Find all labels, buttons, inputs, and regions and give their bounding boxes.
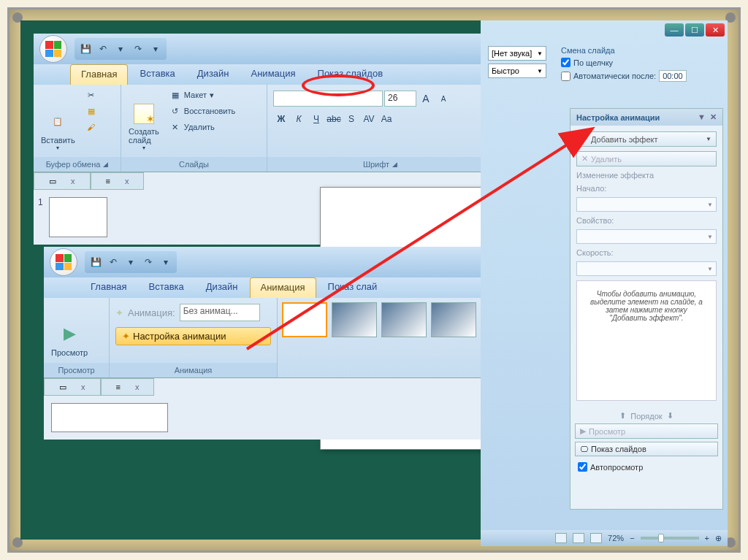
checkbox[interactable]: [561, 58, 570, 67]
move-down-icon[interactable]: ⬇: [667, 411, 673, 421]
delete-button[interactable]: ✕Удалить: [167, 120, 238, 134]
minimize-button[interactable]: —: [665, 23, 684, 37]
outline-tab-icon: ≡: [106, 177, 110, 185]
expand-icon[interactable]: ◢: [392, 161, 397, 168]
tab-close[interactable]: x: [71, 177, 75, 185]
restore-button[interactable]: ↺Восстановить: [167, 104, 238, 118]
transition-none[interactable]: [282, 302, 327, 337]
undo-icon[interactable]: ↶: [96, 42, 110, 55]
transition-item[interactable]: [381, 302, 427, 337]
copy-button[interactable]: ▦: [83, 104, 100, 118]
move-up-icon[interactable]: ⬆: [619, 411, 626, 421]
cut-button[interactable]: ✂: [83, 88, 100, 102]
layout-label: Макет: [184, 91, 207, 99]
dropdown-icon[interactable]: ▾: [124, 256, 137, 269]
ribbon-tabs: Главная Вставка Дизайн Анимация Показ сл…: [34, 64, 494, 85]
group-slides: ✶ Создать слайд ▾ ▦Макет ▾ ↺Восстановить…: [121, 85, 267, 172]
group-animation: ✦ Анимация: Без анимац... ✦ Настройка ан…: [110, 298, 278, 377]
slides-tab[interactable]: ▭x: [34, 172, 91, 190]
taskpane-close-icon[interactable]: ✕: [710, 112, 717, 122]
add-effect-button[interactable]: ✦Добавить эффект ▼: [576, 131, 717, 147]
slider-thumb[interactable]: [658, 534, 664, 542]
dropdown-icon[interactable]: ▾: [114, 42, 127, 55]
zoom-slider[interactable]: [641, 537, 699, 540]
tab-close[interactable]: x: [81, 383, 85, 391]
maximize-button[interactable]: ☐: [685, 23, 704, 37]
speed-value: Быстро: [492, 66, 519, 75]
tab-insert[interactable]: Вставка: [138, 277, 194, 298]
autopreview-checkbox[interactable]: Автопросмотр: [575, 459, 718, 475]
preview-button[interactable]: ▶ Просмотр: [47, 301, 92, 360]
spacing-button[interactable]: AV: [361, 111, 377, 127]
fit-button[interactable]: ⊕: [715, 534, 722, 543]
office-logo-icon: [45, 41, 61, 57]
underline-button[interactable]: Ч: [308, 111, 324, 127]
speed-combo[interactable]: Быстро▼: [488, 64, 546, 78]
tab-slideshow[interactable]: Показ слайдов: [308, 64, 394, 85]
outline-tab[interactable]: ≡x: [91, 172, 145, 190]
case-button[interactable]: Aa: [378, 111, 394, 127]
redo-icon[interactable]: ↷: [142, 256, 155, 269]
expand-icon[interactable]: ◢: [103, 161, 108, 168]
taskpane-menu-icon[interactable]: ▼: [698, 112, 706, 122]
start-label: Начало:: [576, 184, 717, 193]
sorter-view-button[interactable]: [573, 533, 584, 543]
layout-button[interactable]: ▦Макет ▾: [167, 88, 238, 102]
tab-home[interactable]: Главная: [80, 277, 137, 298]
transition-item[interactable]: [431, 302, 476, 337]
play-button[interactable]: ▶Просмотр: [575, 423, 718, 439]
tab-animation[interactable]: Анимация: [241, 64, 306, 85]
chevron-down-icon: ▼: [537, 68, 543, 74]
custom-animation-button[interactable]: ✦ Настройка анимации: [115, 327, 271, 345]
zoom-in-button[interactable]: +: [705, 534, 709, 542]
sound-combo[interactable]: [Нет звука]▼: [488, 46, 546, 61]
tab-slideshow[interactable]: Показ слай: [318, 277, 388, 298]
tab-close[interactable]: x: [135, 383, 140, 391]
animation-combo[interactable]: Без анимац...: [180, 304, 260, 321]
font-name-combo[interactable]: [273, 91, 383, 107]
tab-close[interactable]: x: [125, 177, 129, 185]
tab-insert[interactable]: Вставка: [129, 64, 185, 85]
normal-view-button[interactable]: [555, 533, 567, 543]
property-combo[interactable]: ▼: [576, 229, 717, 244]
save-icon[interactable]: 💾: [89, 256, 102, 269]
tab-home[interactable]: Главная: [70, 64, 128, 85]
paste-button[interactable]: 📋 Вставить ▾: [37, 88, 80, 154]
outline-tab[interactable]: ≡x: [101, 378, 155, 396]
slides-tab[interactable]: ▭x: [44, 378, 101, 396]
qat-customize-icon[interactable]: ▾: [159, 256, 172, 269]
bold-button[interactable]: Ж: [273, 111, 289, 127]
transition-item[interactable]: [332, 302, 377, 337]
zoom-out-button[interactable]: −: [630, 534, 634, 542]
strike-button[interactable]: abc: [326, 111, 342, 127]
tab-design[interactable]: Дизайн: [196, 277, 248, 298]
redo-icon[interactable]: ↷: [131, 42, 145, 55]
slide-thumbnail[interactable]: [51, 403, 168, 432]
slideshow-view-button[interactable]: [590, 533, 602, 543]
speed-combo-tp[interactable]: ▼: [576, 261, 717, 276]
close-button[interactable]: ✕: [706, 23, 725, 37]
undo-icon[interactable]: ↶: [107, 256, 120, 269]
auto-time-field[interactable]: 00:00: [659, 70, 687, 82]
checkbox[interactable]: [561, 72, 570, 81]
save-icon[interactable]: 💾: [79, 42, 92, 55]
new-slide-button[interactable]: ✶ Создать слайд ▾: [124, 88, 164, 154]
italic-button[interactable]: К: [291, 111, 307, 127]
slideshow-button[interactable]: 🖵Показ слайдов: [575, 442, 718, 456]
tab-design[interactable]: Дизайн: [187, 64, 240, 85]
office-button[interactable]: [39, 35, 67, 63]
checkbox[interactable]: [578, 462, 587, 472]
start-combo[interactable]: ▼: [576, 197, 717, 212]
office-button[interactable]: [50, 248, 77, 276]
font-size-combo[interactable]: 26: [384, 91, 416, 107]
remove-effect-button[interactable]: ✕Удалить: [576, 151, 717, 166]
grow-font-button[interactable]: A: [418, 91, 434, 107]
qat-customize-icon[interactable]: ▾: [149, 42, 162, 55]
auto-after-checkbox[interactable]: Автоматически после: 00:00: [561, 70, 687, 82]
shadow-button[interactable]: S: [343, 111, 359, 127]
shrink-font-button[interactable]: A: [435, 91, 451, 107]
slide-thumbnail[interactable]: [49, 197, 107, 237]
tab-animation[interactable]: Анимация: [250, 277, 316, 298]
on-click-checkbox[interactable]: По щелчку: [561, 58, 687, 67]
format-painter-button[interactable]: 🖌: [83, 120, 100, 134]
